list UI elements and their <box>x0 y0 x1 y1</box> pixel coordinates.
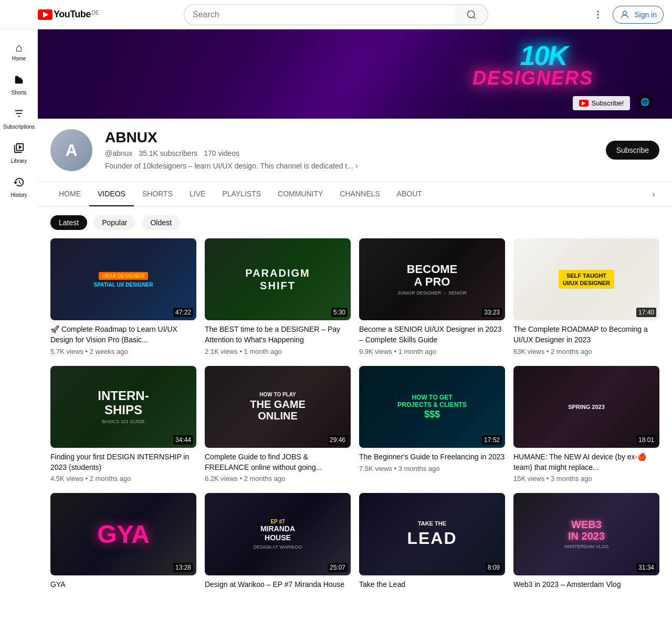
thumb-content: HOW TO GETPROJECTS & CLIENTS $$$ <box>393 390 470 424</box>
list-item[interactable]: HOW TO GETPROJECTS & CLIENTS $$$ 17:52 T… <box>359 366 505 485</box>
banner-globe-button[interactable]: 🌐 <box>636 93 653 110</box>
thumb-label: self taughtUI/UX DESIGNER <box>559 270 614 289</box>
thumb-content: PARADIGMSHIFT <box>245 267 310 292</box>
video-info: Finding your first DESIGN INTERNSHIP in … <box>50 448 196 485</box>
tab-channels[interactable]: CHANNELS <box>331 182 388 206</box>
tab-videos[interactable]: VIDEOS <box>89 182 134 206</box>
video-duration: 25:07 <box>328 563 348 572</box>
video-info: The BEST time to be a DESIGNER – Pay Att… <box>205 320 351 357</box>
svg-point-4 <box>623 11 627 15</box>
sidebar-item-subscriptions[interactable]: Subscriptions <box>0 102 38 136</box>
list-item[interactable]: BECOMEA PRO JUNIOR DESIGNER → SENIOR 33:… <box>359 238 505 358</box>
list-item[interactable]: PARADIGMSHIFT 5:30 The BEST time to be a… <box>205 238 351 358</box>
more-options-button[interactable] <box>587 4 608 25</box>
list-item[interactable]: TAKE THE LEAD 8:09 Take the Lead <box>359 493 505 594</box>
channel-info: A ABNUX @abnux 35.1K subscribers 170 vid… <box>38 119 672 182</box>
thumb-dollar: $$$ <box>397 409 466 420</box>
sidebar-item-shorts[interactable]: Shorts <box>0 68 38 102</box>
channel-meta: @abnux 35.1K subscribers 170 videos <box>105 149 593 158</box>
tab-home[interactable]: HOME <box>50 182 89 206</box>
banner-10k-text: 10K <box>520 40 567 71</box>
thumb-label: THE GAMEONLINE <box>250 398 306 422</box>
search-button[interactable] <box>455 4 488 25</box>
list-item[interactable]: HOW TO PLAY THE GAMEONLINE 29:46 Complet… <box>205 366 351 485</box>
banner-designers-text: DESIGNERS <box>472 67 593 89</box>
video-age: 1 month ago <box>398 348 436 355</box>
menu-button[interactable] <box>8 4 29 25</box>
filter-popular[interactable]: Popular <box>93 215 135 230</box>
filter-oldest[interactable]: Oldest <box>142 215 180 230</box>
video-info: Become a SENIOR UI/UX Designer in 2023 –… <box>359 320 505 357</box>
video-age: 1 month ago <box>244 348 282 355</box>
tab-shorts[interactable]: SHORTS <box>134 182 181 206</box>
channel-banner: 10K DESIGNERS Subscribe! 🌐 <box>38 29 672 119</box>
video-title: Become a SENIOR UI/UX Designer in 2023 –… <box>359 324 505 345</box>
video-age: 2 months ago <box>90 475 131 482</box>
list-item[interactable]: WEB3IN 2023 AMSTERDAM VLOG 31:34 Web3 in… <box>513 493 659 594</box>
thumb-badge: UX/UI DESIGNER <box>99 272 148 280</box>
thumb-label: SPATIAL UX DESIGNER <box>94 282 153 288</box>
banner-yt-play <box>582 101 585 106</box>
tabs-scroll-right[interactable]: › <box>648 185 659 203</box>
video-age: 3 months ago <box>551 475 592 482</box>
subscribe-button[interactable]: Subscribe <box>606 141 659 160</box>
tab-live[interactable]: LIVE <box>181 182 214 206</box>
thumb-content: INTERN-SHIPS BASICS 101 GUIDE <box>93 385 153 428</box>
search-input[interactable] <box>184 4 455 25</box>
main-content: 10K DESIGNERS Subscribe! 🌐 A ABNUX @abnu… <box>38 29 672 606</box>
list-item[interactable]: SPRING 2023 18:01 HUMANE: The NEW AI dev… <box>513 366 659 485</box>
history-icon <box>13 176 25 190</box>
video-title: The BEST time to be a DESIGNER – Pay Att… <box>205 324 351 345</box>
thumb-label: PARADIGMSHIFT <box>245 267 310 292</box>
video-views: 63K views <box>513 348 544 355</box>
list-item[interactable]: self taughtUI/UX DESIGNER 17:40 The Comp… <box>513 238 659 358</box>
thumb-content: GYA <box>93 516 154 553</box>
video-thumbnail: PARADIGMSHIFT 5:30 <box>205 238 351 320</box>
list-item[interactable]: UX/UI DESIGNER SPATIAL UX DESIGNER 47:22… <box>50 238 196 358</box>
list-item[interactable]: GYA 13:28 GYA <box>50 493 196 594</box>
thumb-content: EP #7 MIRANDAHOUSE DESIGN AT WARIKOO <box>249 514 307 554</box>
video-info: The Complete ROADMAP to Becoming a UI/UX… <box>513 320 659 357</box>
video-thumbnail: self taughtUI/UX DESIGNER 17:40 <box>513 238 659 320</box>
sidebar-item-home[interactable]: ⌂ Home <box>0 36 38 68</box>
video-meta: 7.5K views • 3 months ago <box>359 465 505 472</box>
filter-latest[interactable]: Latest <box>50 215 87 230</box>
sidebar-item-history[interactable]: History <box>0 170 38 204</box>
channel-handle: @abnux <box>105 149 132 158</box>
video-meta: 5.7K views • 2 weeks ago <box>50 348 196 355</box>
list-item[interactable]: EP #7 MIRANDAHOUSE DESIGN AT WARIKOO 25:… <box>205 493 351 594</box>
channel-about-chevron: › <box>355 162 358 170</box>
video-duration: 33:23 <box>482 308 502 317</box>
thumb-bg: TAKE THE LEAD <box>359 493 505 575</box>
video-duration: 8:09 <box>486 563 502 572</box>
svg-point-2 <box>597 14 599 15</box>
tab-about[interactable]: ABOUT <box>388 182 430 206</box>
video-title: HUMANE: The NEW AI device (by ex-🍎 team)… <box>513 452 659 472</box>
video-meta: 63K views • 2 months ago <box>513 348 659 355</box>
video-title: The Beginner's Guide to Freelancing in 2… <box>359 452 505 463</box>
thumb-content: UX/UI DESIGNER SPATIAL UX DESIGNER <box>90 267 158 292</box>
account-icon <box>620 9 630 20</box>
video-views: 4.5K views <box>50 475 83 482</box>
sidebar-item-library[interactable]: Library <box>0 136 38 170</box>
channel-about[interactable]: Founder of 10kdesigners – learn UI/UX de… <box>105 162 593 170</box>
video-info: Web3 in 2023 – Amsterdam Vlog <box>513 575 659 594</box>
video-meta: 4.5K views • 2 months ago <box>50 475 196 482</box>
youtube-logo[interactable]: YouTube DE <box>38 9 99 20</box>
search-container <box>184 4 488 25</box>
tab-community[interactable]: COMMUNITY <box>269 182 331 206</box>
banner-subscribe-button[interactable]: Subscribe! <box>573 96 630 110</box>
thumb-sub: HOW TO PLAY <box>250 392 306 397</box>
video-title: Design at Warikoo – EP #7 Miranda House <box>205 580 351 590</box>
video-thumbnail: SPRING 2023 18:01 <box>513 366 659 448</box>
thumb-content: WEB3IN 2023 AMSTERDAM VLOG <box>560 514 613 553</box>
video-age: 2 weeks ago <box>90 348 128 355</box>
thumb-label: SPRING 2023 <box>568 404 605 410</box>
header-center <box>113 4 559 25</box>
video-info: Take the Lead <box>359 575 505 594</box>
channel-avatar: A <box>50 129 92 171</box>
thumb-take: TAKE THE <box>407 520 457 527</box>
list-item[interactable]: INTERN-SHIPS BASICS 101 GUIDE 34:44 Find… <box>50 366 196 485</box>
tab-playlists[interactable]: PLAYLISTS <box>214 182 269 206</box>
sign-in-button[interactable]: Sign in <box>613 6 664 24</box>
